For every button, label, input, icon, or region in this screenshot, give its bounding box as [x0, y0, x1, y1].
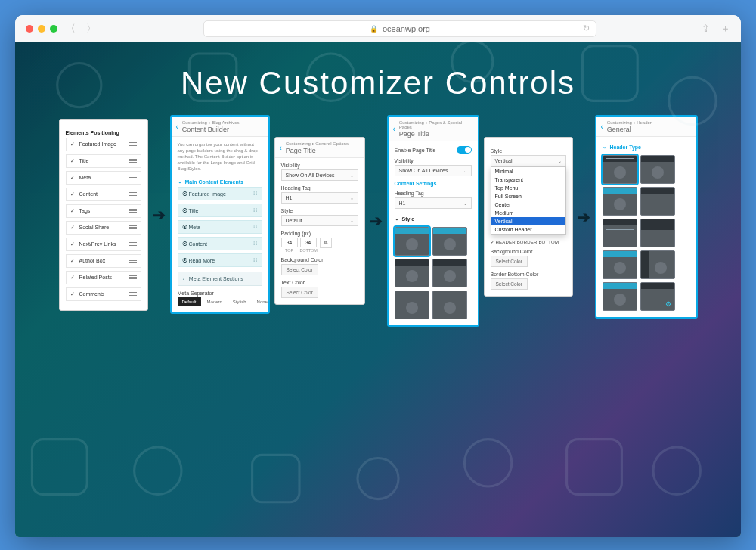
drag-icon[interactable]: ⁞⁞: [253, 191, 258, 197]
heading-tag-select[interactable]: H1⌄: [281, 192, 358, 204]
back-icon[interactable]: ‹: [393, 125, 395, 133]
visibility-select[interactable]: Show On All Devices⌄: [395, 165, 472, 176]
drag-icon[interactable]: [129, 192, 137, 196]
back-icon[interactable]: ‹: [176, 123, 178, 131]
close-icon[interactable]: [26, 25, 33, 33]
drag-icon[interactable]: [129, 242, 137, 246]
style-thumb[interactable]: [395, 259, 429, 287]
seg-option-modern[interactable]: Modern: [203, 297, 227, 306]
panel-title: Elements Positioning: [66, 130, 141, 135]
enable-toggle[interactable]: [457, 146, 472, 154]
dropdown-option[interactable]: Medium: [491, 209, 565, 217]
padding-top-input[interactable]: 34: [281, 238, 298, 247]
style-thumb[interactable]: [432, 291, 467, 319]
list-item[interactable]: ✓Related Posts: [66, 271, 141, 284]
list-item[interactable]: ✓Title: [66, 154, 141, 168]
list-item[interactable]: ✓Author Box: [66, 254, 141, 268]
style-thumb[interactable]: [395, 291, 429, 319]
select-value: Show On All Devices: [399, 168, 448, 173]
share-icon[interactable]: ⇪: [702, 23, 710, 34]
maximize-icon[interactable]: [50, 25, 57, 33]
drag-icon[interactable]: [129, 259, 137, 263]
segmented-control[interactable]: Default Modern Stylish None: [178, 297, 262, 306]
builder-item[interactable]: ⦿ Title⁞⁞: [178, 204, 262, 217]
comparison-group-2: ‹ Customizing ▸ General Options Page Tit…: [274, 115, 479, 327]
header-thumb[interactable]: [603, 282, 637, 311]
dropdown-option[interactable]: Custom Header: [491, 225, 565, 234]
back-icon[interactable]: ‹: [280, 144, 282, 152]
list-item[interactable]: ✓Comments: [66, 287, 141, 301]
style-thumb[interactable]: [432, 227, 467, 256]
accordion-row[interactable]: › Meta Element Sections: [178, 272, 262, 286]
header-thumb[interactable]: [603, 155, 637, 184]
drag-icon[interactable]: [129, 142, 137, 146]
seg-option-default[interactable]: Default: [178, 297, 201, 306]
style-select[interactable]: Vertical⌄: [491, 155, 566, 166]
drag-icon[interactable]: [129, 225, 137, 229]
new-tab-icon[interactable]: ＋: [720, 22, 730, 36]
builder-item[interactable]: ⦿ Meta⁞⁞: [178, 220, 262, 234]
style-dropdown-open[interactable]: Minimal Transparent Top Menu Full Screen…: [491, 166, 566, 235]
drag-icon[interactable]: ⁞⁞: [253, 257, 258, 263]
drag-icon[interactable]: ⁞⁞: [253, 241, 258, 247]
style-accordion[interactable]: ⌄ Style: [395, 213, 472, 224]
visibility-select[interactable]: Show On All Devices⌄: [281, 169, 358, 181]
dropdown-option-selected[interactable]: Vertical: [491, 217, 565, 225]
header-type-accordion[interactable]: ⌄ Header Type: [603, 141, 690, 152]
visibility-label: Visibility: [281, 163, 358, 168]
dropdown-option[interactable]: Full Screen: [491, 192, 565, 200]
dropdown-option[interactable]: Center: [491, 200, 565, 209]
builder-item[interactable]: ⦿ Read More⁞⁞: [178, 253, 262, 267]
bg-color-button[interactable]: Select Color: [281, 264, 318, 275]
dropdown-option[interactable]: Transparent: [491, 176, 565, 184]
accordion-header[interactable]: ⌄ Main Content Elements: [178, 176, 262, 187]
header-thumb[interactable]: [603, 187, 637, 216]
reload-icon[interactable]: ↻: [583, 23, 590, 33]
header-thumb[interactable]: [603, 250, 637, 279]
style-thumb[interactable]: [395, 227, 429, 256]
style-select[interactable]: Default⌄: [281, 215, 358, 226]
list-item[interactable]: ✓Featured Image: [66, 138, 141, 151]
border-color-button[interactable]: Select Color: [491, 278, 528, 290]
list-item[interactable]: ✓Content: [66, 188, 141, 201]
padding-controls: 34TOP 34BOTTOM ⇅: [281, 238, 358, 253]
content-settings-label: Content Settings: [395, 181, 472, 186]
list-item[interactable]: ✓Tags: [66, 204, 141, 218]
header-thumb[interactable]: [640, 219, 675, 247]
heading-tag-select[interactable]: H1⌄: [395, 197, 472, 209]
list-item-label: Comments: [79, 291, 129, 297]
drag-icon[interactable]: ⁞⁞: [253, 224, 258, 230]
seg-option-none[interactable]: None: [253, 297, 272, 306]
link-values-icon[interactable]: ⇅: [320, 238, 332, 248]
text-color-button[interactable]: Select Color: [281, 287, 318, 298]
header-thumb[interactable]: [640, 187, 675, 216]
list-item[interactable]: ✓Next/Prev Links: [66, 238, 141, 251]
dropdown-option[interactable]: Top Menu: [491, 184, 565, 192]
drag-icon[interactable]: [129, 176, 137, 179]
header-thumb[interactable]: ⚙: [640, 282, 675, 311]
padding-bottom-input[interactable]: 34: [300, 238, 317, 247]
seg-option-stylish[interactable]: Stylish: [228, 297, 251, 306]
forward-icon[interactable]: 〉: [84, 22, 98, 36]
builder-item[interactable]: ⦿ Content⁞⁞: [178, 237, 262, 250]
bg-color-button[interactable]: Select Color: [491, 256, 528, 267]
bg-color-label: Background Color: [491, 249, 566, 254]
drag-icon[interactable]: [129, 159, 137, 163]
drag-icon[interactable]: [129, 292, 137, 296]
showcase-row: Elements Positioning ✓Featured Image ✓Ti…: [15, 115, 741, 357]
minimize-icon[interactable]: [38, 25, 45, 33]
list-item[interactable]: ✓Meta: [66, 171, 141, 185]
back-icon[interactable]: ‹: [601, 123, 603, 131]
header-thumb[interactable]: [603, 219, 637, 247]
drag-icon[interactable]: [129, 209, 137, 213]
back-icon[interactable]: 〈: [64, 22, 78, 36]
drag-icon[interactable]: [129, 275, 137, 279]
style-thumb[interactable]: [432, 259, 467, 287]
drag-icon[interactable]: ⁞⁞: [253, 207, 258, 213]
builder-item[interactable]: ⦿ Featured Image⁞⁞: [178, 187, 262, 200]
list-item[interactable]: ✓Social Share: [66, 221, 141, 235]
header-thumb[interactable]: [640, 155, 675, 184]
dropdown-option[interactable]: Minimal: [491, 167, 565, 176]
address-bar[interactable]: 🔒 oceanwp.org ↻: [203, 20, 596, 37]
header-thumb[interactable]: [640, 250, 675, 279]
